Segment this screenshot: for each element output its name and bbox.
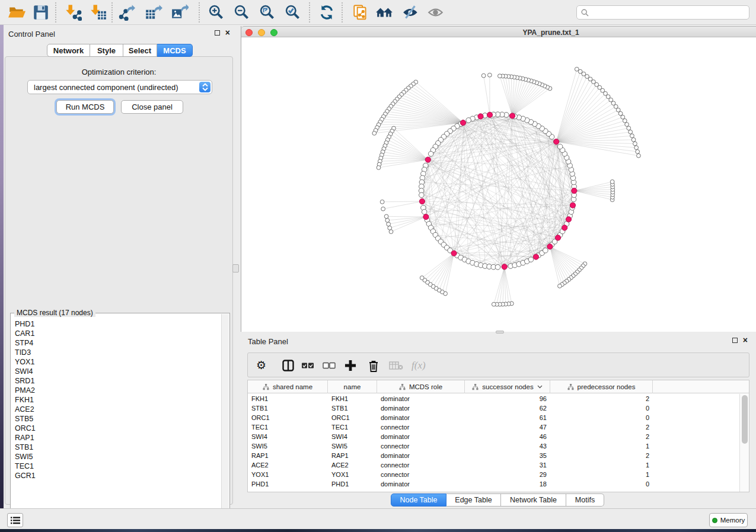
mcds-result-item[interactable]: FKH1	[11, 395, 220, 405]
tab-select[interactable]: Select	[123, 44, 157, 57]
minimize-traffic-light[interactable]	[258, 29, 265, 36]
mcds-result-item[interactable]: YOX1	[11, 357, 220, 367]
tab-motifs[interactable]: Motifs	[566, 493, 604, 507]
mcds-result-item[interactable]: TID3	[11, 348, 220, 357]
table-cell: 47	[465, 422, 550, 432]
table-scrollbar-thumb[interactable]	[742, 395, 748, 444]
mcds-result-item[interactable]: GCR1	[11, 471, 220, 480]
export-table-icon[interactable]	[145, 4, 162, 21]
table-panel: Table Panel × ⚙ f(x) shared namenameMCDS…	[241, 332, 756, 508]
table-row[interactable]: SWI5SWI5connector431	[248, 441, 749, 451]
mcds-result-item[interactable]: STB5	[11, 414, 220, 424]
mcds-result-item[interactable]: SWI4	[11, 367, 220, 376]
float-window-icon[interactable]	[732, 338, 738, 343]
table-row[interactable]: PHD1PHD1dominator180	[248, 479, 749, 489]
tab-mcds[interactable]: MCDS	[157, 44, 193, 57]
memory-button[interactable]: Memory	[709, 513, 748, 527]
table-cell: 61	[465, 413, 550, 422]
tab-network[interactable]: Network	[47, 44, 90, 57]
table-cell: dominator	[377, 394, 465, 403]
mcds-result-item[interactable]: CAR1	[11, 329, 220, 338]
mcds-result-item[interactable]: SWI5	[11, 452, 220, 462]
export-network-icon[interactable]	[117, 4, 135, 21]
tab-network-table[interactable]: Network Table	[501, 493, 566, 507]
column-header-predecessor-nodes[interactable]: predecessor nodes	[550, 380, 653, 393]
table-row[interactable]: TEC1TEC1connector472	[248, 422, 749, 432]
search-input[interactable]	[591, 7, 745, 18]
table-settings-gear-icon[interactable]: ⚙	[256, 358, 266, 373]
panel-divider-grip[interactable]	[232, 264, 239, 273]
close-traffic-light[interactable]	[245, 29, 253, 36]
zoom-selected-icon[interactable]	[284, 4, 302, 21]
zoom-out-icon[interactable]	[233, 4, 251, 21]
delete-column-trash-icon[interactable]	[368, 358, 379, 373]
home-apps-icon[interactable]	[375, 4, 393, 21]
table-cell: dominator	[377, 451, 465, 460]
close-panel-button[interactable]: Close panel	[121, 100, 183, 114]
table-row[interactable]: STB1STB1dominator620	[248, 403, 749, 413]
mcds-result-item[interactable]: SRD1	[11, 376, 220, 386]
zoom-in-icon[interactable]	[208, 4, 225, 21]
table-row[interactable]: FKH1FKH1dominator962	[248, 394, 749, 403]
tab-style[interactable]: Style	[90, 44, 123, 57]
import-network-icon[interactable]	[64, 4, 82, 21]
zoom-fit-icon[interactable]	[259, 4, 276, 21]
float-window-icon[interactable]	[215, 30, 220, 36]
mcds-result-item[interactable]: STP4	[11, 338, 220, 348]
memory-status-icon	[712, 518, 717, 523]
tab-node-table[interactable]: Node Table	[391, 493, 446, 507]
show-columns-icon[interactable]	[282, 358, 294, 373]
table-cell: 46	[465, 432, 550, 441]
column-header-label: shared name	[273, 383, 312, 390]
mcds-result-item[interactable]: RAP1	[11, 433, 220, 443]
mcds-result-list[interactable]: PHD1CAR1STP4TID3YOX1SWI4SRD1PMA2FKH1ACE2…	[11, 319, 220, 526]
search-icon	[581, 9, 589, 17]
column-header-MCDS-role[interactable]: MCDS role	[377, 380, 465, 393]
table-row[interactable]: SWI4SWI4dominator462	[248, 432, 749, 441]
create-column-plus-icon[interactable]	[344, 358, 356, 373]
refresh-icon[interactable]	[318, 4, 336, 21]
save-session-icon[interactable]	[32, 4, 50, 21]
optimization-criterion-dropdown[interactable]: largest connected component (undirected)	[27, 80, 212, 94]
panel-divider-grip[interactable]	[496, 331, 504, 334]
search-field[interactable]	[576, 5, 749, 20]
table-row[interactable]: ORC1ORC1dominator610	[248, 413, 749, 422]
close-panel-icon[interactable]: ×	[225, 30, 230, 36]
table-cell: FKH1	[248, 394, 328, 403]
export-image-icon[interactable]	[171, 4, 189, 21]
table-row[interactable]: ACE2ACE2connector311	[248, 460, 749, 470]
table-row[interactable]: YOX1YOX1connector291	[248, 470, 749, 479]
mcds-result-item[interactable]: PHD1	[11, 319, 220, 329]
clone-network-icon[interactable]	[352, 4, 369, 21]
toolbar-separator	[342, 2, 343, 23]
mcds-result-scrollbar[interactable]	[221, 314, 229, 526]
table-row[interactable]: RAP1RAP1dominator352	[248, 451, 749, 460]
select-all-columns-icon[interactable]	[301, 358, 314, 373]
column-header-name[interactable]: name	[328, 380, 377, 393]
task-history-button[interactable]	[7, 513, 23, 527]
network-canvas[interactable]	[241, 37, 756, 332]
hide-selected-icon[interactable]	[402, 4, 420, 21]
run-mcds-button[interactable]: Run MCDS	[56, 100, 114, 114]
import-table-icon[interactable]	[89, 4, 107, 21]
open-session-icon[interactable]	[8, 4, 25, 21]
mcds-result-item[interactable]: ACE2	[11, 405, 220, 414]
zoom-traffic-light[interactable]	[270, 29, 277, 36]
column-header-shared-name[interactable]: shared name	[248, 380, 328, 393]
table-cell: STB1	[248, 403, 328, 413]
tab-edge-table[interactable]: Edge Table	[446, 493, 501, 507]
mcds-result-item[interactable]: ORC1	[11, 424, 220, 433]
mcds-result-item[interactable]: STB1	[11, 443, 220, 452]
table-panel-title: Table Panel	[248, 337, 288, 346]
network-window-titlebar[interactable]: YPA_prune.txt_1	[241, 26, 756, 37]
show-all-icon[interactable]	[427, 4, 445, 21]
mcds-result-item[interactable]: TEC1	[11, 462, 220, 471]
mcds-result-item[interactable]: PMA2	[11, 386, 220, 395]
network-graph[interactable]	[241, 37, 756, 332]
table-scrollbar[interactable]	[739, 394, 749, 492]
close-panel-icon[interactable]: ×	[743, 338, 748, 343]
table-cell: ACE2	[328, 460, 377, 470]
table-header-row: shared namenameMCDS rolesuccessor nodesp…	[248, 380, 749, 393]
column-header-successor-nodes[interactable]: successor nodes	[465, 380, 550, 393]
unselect-all-columns-icon[interactable]	[323, 358, 336, 373]
